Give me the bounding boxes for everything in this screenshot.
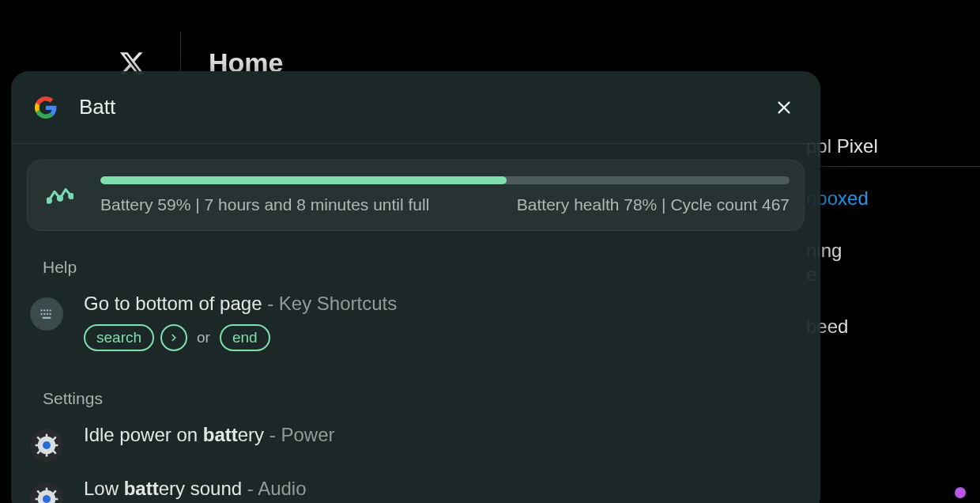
svg-point-10 — [43, 313, 45, 315]
search-results-body: Battery 59% | 7 hours and 8 minutes unti… — [11, 144, 820, 503]
help-result-shortcuts[interactable]: Go to bottom of page - Key Shortcuts sea… — [27, 288, 805, 362]
battery-info: Battery 59% | 7 hours and 8 minutes unti… — [100, 175, 790, 214]
svg-rect-16 — [46, 434, 48, 438]
svg-point-4 — [70, 194, 74, 198]
close-icon — [775, 99, 793, 116]
chip-end: end — [220, 324, 270, 351]
svg-rect-28 — [36, 498, 40, 501]
bg-right-item-2: nboxed — [806, 179, 964, 231]
battery-text-row: Battery 59% | 7 hours and 8 minutes unti… — [100, 195, 790, 214]
settings-result-content: Low battery sound - Audio — [84, 478, 801, 500]
svg-point-9 — [40, 313, 42, 315]
battery-status-card[interactable]: Battery 59% | 7 hours and 8 minutes unti… — [27, 160, 805, 231]
gear-icon — [30, 482, 63, 503]
help-result-content: Go to bottom of page - Key Shortcuts sea… — [84, 293, 801, 351]
svg-point-3 — [58, 196, 62, 200]
key-shortcut-chips: search or end — [84, 324, 801, 351]
help-result-title: Go to bottom of page - Key Shortcuts — [84, 293, 801, 315]
svg-rect-17 — [46, 452, 48, 456]
settings-result-low-battery-sound[interactable]: Low battery sound - Audio — [27, 473, 805, 503]
settings-result-idle-power[interactable]: Idle power on battery - Power — [27, 419, 805, 473]
settings-result-content: Idle power on battery - Power — [84, 424, 801, 446]
settings-result-title: Low battery sound - Audio — [84, 478, 801, 500]
battery-progress-track — [100, 176, 790, 184]
svg-point-6 — [43, 309, 45, 311]
svg-point-11 — [47, 313, 48, 315]
svg-rect-18 — [36, 444, 40, 447]
close-button[interactable] — [770, 93, 798, 122]
svg-rect-26 — [46, 488, 48, 492]
keyboard-icon — [30, 297, 63, 331]
svg-point-25 — [43, 495, 51, 503]
background-right-column: ppl Pixel nboxed ning e beed — [806, 127, 964, 359]
analytics-icon — [42, 178, 78, 214]
svg-rect-29 — [54, 498, 58, 501]
svg-point-8 — [49, 309, 51, 311]
battery-status-right: Battery health 78% | Cycle count 467 — [517, 195, 790, 214]
chip-chevron — [160, 324, 187, 351]
search-popup: Battery 59% | 7 hours and 8 minutes unti… — [11, 71, 820, 503]
search-input[interactable] — [79, 95, 770, 119]
chip-search: search — [84, 324, 154, 351]
svg-rect-19 — [54, 444, 58, 447]
chevron-right-icon — [168, 332, 179, 343]
section-label-help: Help — [43, 258, 805, 277]
bg-right-item-3: ning e — [806, 231, 964, 307]
battery-status-left: Battery 59% | 7 hours and 8 minutes unti… — [100, 195, 429, 214]
search-header — [11, 71, 820, 144]
settings-result-title: Idle power on battery - Power — [84, 424, 801, 446]
svg-point-12 — [49, 313, 51, 315]
chip-or-label: or — [194, 329, 213, 346]
svg-point-15 — [43, 441, 51, 449]
bg-right-item-1: ppl Pixel — [806, 127, 964, 179]
background-horizontal-separator — [814, 166, 980, 167]
svg-point-2 — [47, 199, 51, 202]
bg-right-item-4: beed — [806, 307, 964, 359]
background-purple-dot-icon — [955, 487, 966, 498]
gear-icon — [30, 429, 63, 462]
svg-point-5 — [40, 309, 42, 311]
battery-progress-fill — [100, 176, 507, 184]
svg-rect-13 — [43, 317, 51, 319]
svg-point-7 — [47, 309, 48, 311]
google-logo-icon — [35, 96, 57, 119]
section-label-settings: Settings — [43, 389, 805, 408]
